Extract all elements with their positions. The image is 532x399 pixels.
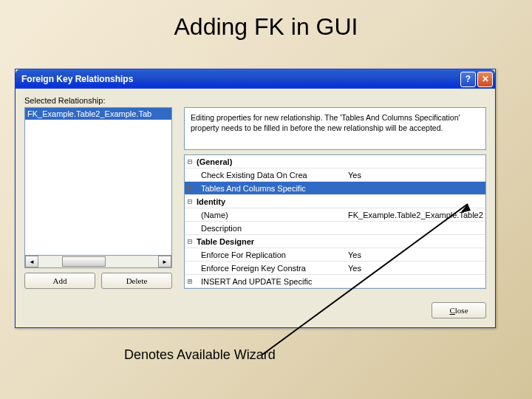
expand-toggle[interactable]: ⊟ [185, 236, 195, 246]
property-label: INSERT And UPDATE Specific [195, 277, 345, 286]
titlebar: Foreign Key Relationships ? ✕ [16, 69, 495, 89]
property-value[interactable]: Yes [345, 264, 485, 273]
scroll-thumb[interactable] [62, 256, 106, 267]
property-value[interactable]: Yes [345, 171, 485, 180]
property-label: Tables And Columns Specific [195, 184, 345, 193]
property-row[interactable]: Description [185, 222, 485, 235]
property-row[interactable]: ⊟Table Designer [185, 235, 485, 248]
selected-relationship-label: Selected Relationship: [24, 96, 486, 105]
horizontal-scrollbar[interactable]: ◄ ► [24, 256, 172, 268]
property-label: Check Existing Data On Crea [195, 171, 345, 180]
fk-relationships-dialog: Foreign Key Relationships ? ✕ Selected R… [15, 69, 496, 328]
expand-toggle[interactable]: ⊞ [185, 276, 195, 286]
scroll-left-button[interactable]: ◄ [25, 256, 38, 267]
property-label: (Name) [195, 211, 345, 219]
property-label: Enforce Foreign Key Constra [195, 264, 345, 273]
dialog-body: Selected Relationship: FK_Example.Table2… [16, 89, 495, 327]
property-label: Identity [195, 197, 341, 206]
add-button[interactable]: Add [24, 273, 95, 289]
property-value[interactable]: Yes [345, 250, 485, 259]
expand-toggle[interactable]: ⊞ [185, 183, 195, 193]
list-item[interactable]: FK_Example.Table2_Example.Tab [25, 108, 171, 120]
expand-toggle[interactable]: ⊟ [185, 157, 195, 166]
property-label: Enforce For Replication [195, 250, 345, 259]
property-value[interactable]: FK_Example.Table2_Example.Table2 [345, 211, 485, 219]
close-button[interactable]: Close [432, 302, 486, 318]
property-label: (General) [195, 157, 341, 166]
property-row[interactable]: Enforce For ReplicationYes [185, 248, 485, 262]
property-label: Description [195, 224, 345, 233]
property-row[interactable]: ⊞INSERT And UPDATE Specific [185, 275, 485, 288]
property-row[interactable]: ⊟Identity [185, 195, 485, 208]
scroll-track[interactable] [38, 256, 158, 267]
close-icon[interactable]: ✕ [477, 72, 493, 87]
right-panel: Editing properties for new relationship.… [184, 107, 486, 289]
dialog-title: Foreign Key Relationships [21, 74, 459, 84]
help-button[interactable]: ? [460, 72, 476, 87]
left-panel: FK_Example.Table2_Example.Tab ◄ ► Add De… [24, 107, 172, 289]
annotation-caption: Denotes Available Wizard [124, 347, 276, 363]
expand-toggle[interactable]: ⊟ [185, 197, 195, 206]
delete-button[interactable]: Delete [101, 273, 172, 289]
slide-title: Adding FK in GUI [0, 0, 532, 47]
info-text: Editing properties for new relationship.… [184, 107, 486, 150]
property-row[interactable]: ⊟(General) [185, 155, 485, 168]
property-label: Table Designer [195, 237, 341, 246]
property-row[interactable]: (Name)FK_Example.Table2_Example.Table2 [185, 208, 485, 222]
property-row[interactable]: ⊞Tables And Columns Specific... [185, 182, 485, 195]
property-row[interactable]: Enforce Foreign Key ConstraYes [185, 262, 485, 275]
property-grid[interactable]: ⊟(General)Check Existing Data On CreaYes… [184, 154, 486, 289]
scroll-right-button[interactable]: ► [158, 256, 171, 267]
relationship-listbox[interactable]: FK_Example.Table2_Example.Tab [24, 107, 172, 256]
property-row[interactable]: Check Existing Data On CreaYes [185, 168, 485, 182]
